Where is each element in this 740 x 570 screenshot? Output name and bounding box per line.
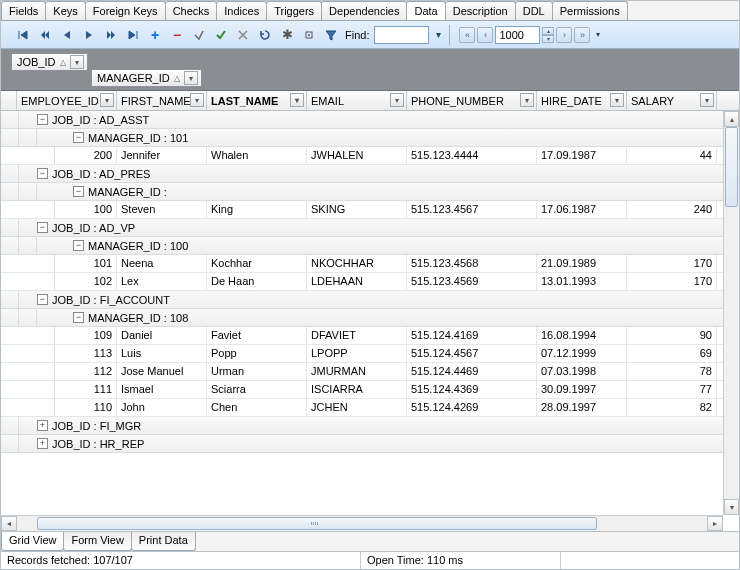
table-row[interactable]: 100StevenKingSKING515.123.456717.06.1987… xyxy=(1,201,723,219)
chevron-down-icon[interactable]: ▾ xyxy=(520,93,534,107)
group-chip-manager-id[interactable]: MANAGER_ID △ ▾ xyxy=(91,69,202,87)
group-row[interactable]: −JOB_ID : FI_ACCOUNT xyxy=(1,291,723,309)
tab-data[interactable]: Data xyxy=(406,1,445,20)
cell-salary[interactable]: 170 xyxy=(627,273,717,290)
view-tab-grid-view[interactable]: Grid View xyxy=(1,532,64,551)
cancel-button[interactable] xyxy=(233,25,253,45)
cell-salary[interactable]: 78 xyxy=(627,363,717,380)
chevron-down-icon[interactable]: ▾ xyxy=(190,93,204,107)
cell-salary[interactable]: 240 xyxy=(627,201,717,218)
group-row[interactable]: +JOB_ID : FI_MGR xyxy=(1,417,723,435)
page-first-button[interactable]: « xyxy=(459,27,475,43)
cell-salary[interactable]: 77 xyxy=(627,381,717,398)
cell-phone_number[interactable]: 515.124.4567 xyxy=(407,345,537,362)
chevron-down-icon[interactable]: ▾ xyxy=(184,71,198,85)
nav-last-button[interactable] xyxy=(123,25,143,45)
cell-hire_date[interactable]: 28.09.1997 xyxy=(537,399,627,416)
page-spinner[interactable]: ▴▾ xyxy=(542,27,554,43)
table-row[interactable]: 113LuisPoppLPOPP515.124.456707.12.199969 xyxy=(1,345,723,363)
row-selector-header[interactable] xyxy=(1,91,17,110)
cell-last_name[interactable]: Kochhar xyxy=(207,255,307,272)
table-row[interactable]: 111IsmaelSciarraISCIARRA515.124.436930.0… xyxy=(1,381,723,399)
page-menu-button[interactable]: ▾ xyxy=(592,25,604,45)
cell-employee_id[interactable]: 100 xyxy=(55,201,117,218)
cell-employee_id[interactable]: 112 xyxy=(55,363,117,380)
cell-employee_id[interactable]: 109 xyxy=(55,327,117,344)
tab-indices[interactable]: Indices xyxy=(216,1,267,20)
group-row[interactable]: +JOB_ID : HR_REP xyxy=(1,435,723,453)
cell-last_name[interactable]: Chen xyxy=(207,399,307,416)
expand-icon[interactable]: + xyxy=(37,420,48,431)
cell-last_name[interactable]: Urman xyxy=(207,363,307,380)
group-chip-job-id[interactable]: JOB_ID △ ▾ xyxy=(11,53,88,71)
tab-foreign-keys[interactable]: Foreign Keys xyxy=(85,1,166,20)
nav-next-page-button[interactable] xyxy=(101,25,121,45)
cell-last_name[interactable]: King xyxy=(207,201,307,218)
column-header-phone_number[interactable]: PHONE_NUMBER▾ xyxy=(407,91,537,110)
view-tab-print-data[interactable]: Print Data xyxy=(131,532,196,551)
cell-email[interactable]: ISCIARRA xyxy=(307,381,407,398)
table-row[interactable]: 110JohnChenJCHEN515.124.426928.09.199782 xyxy=(1,399,723,417)
cell-hire_date[interactable]: 16.08.1994 xyxy=(537,327,627,344)
cell-email[interactable]: JWHALEN xyxy=(307,147,407,164)
nav-next-button[interactable] xyxy=(79,25,99,45)
page-prev-button[interactable]: ‹ xyxy=(477,27,493,43)
cell-first_name[interactable]: Neena xyxy=(117,255,207,272)
cell-employee_id[interactable]: 111 xyxy=(55,381,117,398)
collapse-icon[interactable]: − xyxy=(37,294,48,305)
horizontal-scrollbar[interactable]: ◂ ▸ xyxy=(1,515,723,531)
column-header-salary[interactable]: SALARY▾ xyxy=(627,91,717,110)
chevron-down-icon[interactable]: ▾ xyxy=(290,93,304,107)
cell-salary[interactable]: 170 xyxy=(627,255,717,272)
expand-icon[interactable]: + xyxy=(37,438,48,449)
cell-last_name[interactable]: Popp xyxy=(207,345,307,362)
cell-first_name[interactable]: Jose Manuel xyxy=(117,363,207,380)
nav-prev-page-button[interactable] xyxy=(35,25,55,45)
chevron-down-icon[interactable]: ▾ xyxy=(70,55,84,69)
cell-email[interactable]: LDEHAAN xyxy=(307,273,407,290)
collapse-icon[interactable]: − xyxy=(73,240,84,251)
cell-phone_number[interactable]: 515.123.4568 xyxy=(407,255,537,272)
scroll-left-icon[interactable]: ◂ xyxy=(1,516,17,531)
chevron-down-icon[interactable]: ▾ xyxy=(610,93,624,107)
filter-button[interactable] xyxy=(321,25,341,45)
tab-keys[interactable]: Keys xyxy=(45,1,85,20)
cell-salary[interactable]: 69 xyxy=(627,345,717,362)
cell-first_name[interactable]: Daniel xyxy=(117,327,207,344)
table-row[interactable]: 102LexDe HaanLDEHAAN515.123.456913.01.19… xyxy=(1,273,723,291)
table-row[interactable]: 112Jose ManuelUrmanJMURMAN515.124.446907… xyxy=(1,363,723,381)
column-header-email[interactable]: EMAIL▾ xyxy=(307,91,407,110)
group-row[interactable]: −MANAGER_ID : 101 xyxy=(1,129,723,147)
cell-phone_number[interactable]: 515.124.4169 xyxy=(407,327,537,344)
collapse-icon[interactable]: − xyxy=(37,168,48,179)
cell-hire_date[interactable]: 13.01.1993 xyxy=(537,273,627,290)
cell-phone_number[interactable]: 515.124.4469 xyxy=(407,363,537,380)
group-row[interactable]: −MANAGER_ID : 100 xyxy=(1,237,723,255)
tab-triggers[interactable]: Triggers xyxy=(266,1,322,20)
bookmark-button[interactable]: ✱ xyxy=(277,25,297,45)
cell-phone_number[interactable]: 515.124.4369 xyxy=(407,381,537,398)
page-last-button[interactable]: » xyxy=(574,27,590,43)
column-header-employee_id[interactable]: EMPLOYEE_ID▾ xyxy=(17,91,117,110)
page-next-button[interactable]: › xyxy=(556,27,572,43)
view-tab-form-view[interactable]: Form View xyxy=(63,532,131,551)
cell-first_name[interactable]: Jennifer xyxy=(117,147,207,164)
cell-email[interactable]: JCHEN xyxy=(307,399,407,416)
cell-email[interactable]: LPOPP xyxy=(307,345,407,362)
refresh-button[interactable] xyxy=(255,25,275,45)
config-button[interactable] xyxy=(299,25,319,45)
collapse-icon[interactable]: − xyxy=(37,114,48,125)
group-row[interactable]: −MANAGER_ID : 108 xyxy=(1,309,723,327)
cell-phone_number[interactable]: 515.123.4444 xyxy=(407,147,537,164)
add-row-button[interactable]: + xyxy=(145,25,165,45)
cell-last_name[interactable]: Faviet xyxy=(207,327,307,344)
cell-email[interactable]: DFAVIET xyxy=(307,327,407,344)
cell-phone_number[interactable]: 515.123.4569 xyxy=(407,273,537,290)
cell-employee_id[interactable]: 102 xyxy=(55,273,117,290)
cell-hire_date[interactable]: 07.03.1998 xyxy=(537,363,627,380)
cell-employee_id[interactable]: 110 xyxy=(55,399,117,416)
tab-checks[interactable]: Checks xyxy=(165,1,218,20)
collapse-icon[interactable]: − xyxy=(73,312,84,323)
page-size-input[interactable] xyxy=(495,26,540,44)
group-row[interactable]: −JOB_ID : AD_PRES xyxy=(1,165,723,183)
